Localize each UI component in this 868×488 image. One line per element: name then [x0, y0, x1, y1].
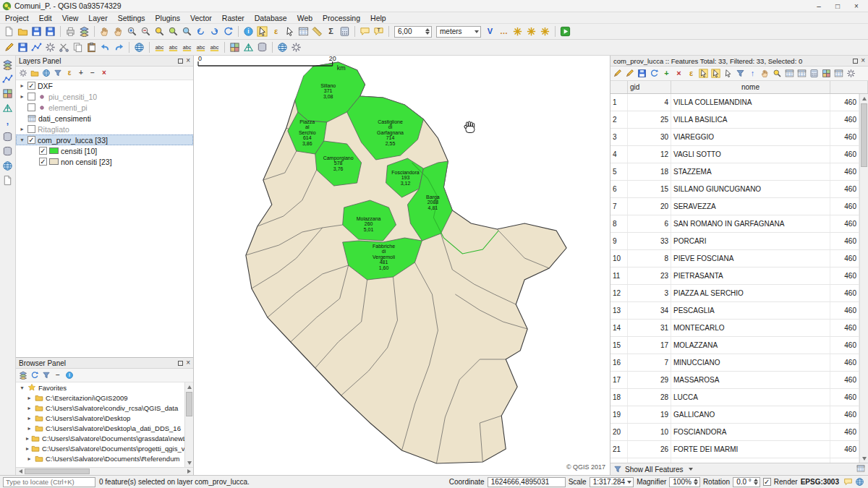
- menu-vector[interactable]: Vector: [185, 14, 217, 22]
- table-row[interactable]: 123PIAZZA AL SERCHIO460: [610, 285, 859, 302]
- layer-item-ritagliato[interactable]: ▸Ritagliato: [16, 124, 193, 134]
- menu-processing[interactable]: Processing: [318, 14, 365, 22]
- copy-features-icon[interactable]: [71, 40, 85, 54]
- metasearch-icon[interactable]: [132, 40, 146, 54]
- table-row[interactable]: 1431MONTECARLO460: [610, 320, 859, 337]
- cut-features-icon[interactable]: [57, 40, 71, 54]
- field-calculator-icon[interactable]: [338, 25, 352, 38]
- layer-item-non-censiti-23[interactable]: non censiti [23]: [16, 156, 193, 167]
- browser-scrollbar[interactable]: [184, 382, 193, 467]
- filter-legend-icon[interactable]: [52, 67, 64, 79]
- layer-checkbox[interactable]: [27, 103, 35, 111]
- render-checkbox[interactable]: [763, 478, 771, 486]
- table-row[interactable]: 167MINUCCIANO460: [610, 354, 859, 372]
- table-row[interactable]: 14VILLA COLLEMANDINA460: [610, 94, 859, 111]
- units-combo[interactable]: meters: [436, 26, 481, 38]
- menu-view[interactable]: View: [57, 14, 84, 22]
- layer-item-dxf[interactable]: ▸DXF: [16, 80, 193, 91]
- delete-field-icon[interactable]: [796, 67, 808, 80]
- table-row[interactable]: 1517MOLAZZANA460: [610, 337, 859, 354]
- move-label-icon[interactable]: [180, 40, 194, 54]
- layer-item-dati-censimenti[interactable]: dati_censimenti: [16, 113, 193, 124]
- close-icon[interactable]: ×: [186, 57, 190, 64]
- invert-selection-icon[interactable]: [710, 67, 722, 80]
- new-field-icon[interactable]: [783, 67, 796, 80]
- zoom-to-selection-icon[interactable]: [166, 25, 180, 38]
- undo-icon[interactable]: [98, 40, 112, 54]
- layer-labeling-icon[interactable]: [153, 40, 166, 54]
- add-feature-icon[interactable]: [30, 40, 43, 54]
- manage-map-themes-icon[interactable]: [41, 67, 52, 79]
- save-project-as-icon[interactable]: [43, 25, 57, 38]
- layer-item-censiti-10[interactable]: censiti [10]: [16, 145, 193, 156]
- select-all-icon[interactable]: [697, 67, 710, 80]
- identify-features-icon[interactable]: [242, 25, 255, 38]
- remove-layer-icon[interactable]: ×: [98, 67, 110, 79]
- layer-item-piu-censiti-10[interactable]: ▸piu_censiti_10: [16, 91, 193, 102]
- expander-icon[interactable]: ▸: [19, 93, 25, 100]
- table-row[interactable]: 720SERAVEZZA460: [610, 198, 859, 215]
- table-row[interactable]: 933PORCARI460: [610, 233, 859, 250]
- undock-icon[interactable]: [178, 361, 183, 366]
- osm-search-icon[interactable]: [276, 40, 289, 54]
- save-edits-icon[interactable]: [636, 67, 648, 80]
- show-all-features-button[interactable]: Show All Features: [625, 466, 684, 474]
- options-icon[interactable]: [289, 40, 303, 54]
- menu-settings[interactable]: Settings: [113, 14, 150, 22]
- text-annotation-icon[interactable]: [372, 25, 386, 38]
- browser-item-favorites[interactable]: ▾Favorites: [16, 382, 184, 393]
- maximize-button[interactable]: □: [828, 2, 847, 10]
- layer-checkbox[interactable]: [27, 125, 35, 133]
- add-delimited-text-icon[interactable]: [1, 116, 14, 129]
- menu-layer[interactable]: Layer: [83, 14, 112, 22]
- add-raster-layer-icon[interactable]: [1, 87, 14, 100]
- new-print-layout-icon[interactable]: [64, 25, 77, 38]
- expander-icon[interactable]: ▸: [26, 435, 29, 442]
- multi-edit-icon[interactable]: [624, 67, 636, 80]
- move-selection-top-icon[interactable]: ↑: [746, 67, 759, 80]
- refresh-map-icon[interactable]: [221, 25, 235, 38]
- zoom-to-selected-icon[interactable]: [771, 67, 783, 80]
- table-row[interactable]: 412VAGLI SOTTO460: [610, 146, 859, 163]
- undock-icon[interactable]: [178, 59, 183, 64]
- minimize-button[interactable]: –: [809, 2, 828, 10]
- locator-input[interactable]: [3, 477, 95, 487]
- table-row[interactable]: 615SILLANO GIUNCUGNANO460: [610, 181, 859, 198]
- toggle-editing-icon[interactable]: [611, 67, 624, 80]
- field-calculator-icon[interactable]: [808, 67, 820, 80]
- vertex-tool-icon[interactable]: [43, 40, 57, 54]
- expander-icon[interactable]: ▾: [19, 137, 25, 143]
- add-postgis-layer-icon[interactable]: [1, 130, 14, 143]
- crs-label[interactable]: EPSG:3003: [801, 478, 839, 486]
- layer-diagrams-icon[interactable]: [166, 40, 180, 54]
- table-row[interactable]: 2126FORTE DEI MARMI460: [610, 441, 859, 458]
- zoom-in-icon[interactable]: [125, 25, 139, 38]
- enable-snapping-icon[interactable]: [511, 25, 524, 38]
- data-source-manager-icon[interactable]: [1, 58, 14, 71]
- zoom-to-layer-icon[interactable]: [180, 25, 194, 38]
- save-layer-edits-icon[interactable]: [16, 40, 30, 54]
- advanced-digitizing-icon[interactable]: V: [483, 25, 497, 38]
- nome-header[interactable]: nome: [671, 81, 830, 93]
- log-messages-icon[interactable]: [842, 476, 854, 488]
- add-group-icon[interactable]: [29, 67, 41, 79]
- topological-editing-icon[interactable]: [538, 25, 552, 38]
- layer-checkbox[interactable]: [39, 158, 47, 166]
- layer-checkbox[interactable]: [27, 136, 35, 144]
- browser-item-c-users-salvatore-documents-progetti-qgis-v[interactable]: ▸C:\Users\Salvatore\Documents\progetti_q…: [16, 443, 184, 453]
- crs-status-icon[interactable]: [854, 476, 865, 488]
- digitize-spinbox[interactable]: 6,00: [394, 26, 432, 38]
- expander-icon[interactable]: ▸: [26, 425, 33, 432]
- filter-browser-icon[interactable]: [41, 369, 52, 381]
- table-row[interactable]: 86SAN ROMANO IN GARFAGNANA460: [610, 215, 859, 233]
- map-tips-icon[interactable]: [358, 25, 372, 38]
- close-icon[interactable]: ×: [186, 359, 190, 367]
- conditional-formatting-icon[interactable]: [820, 67, 833, 80]
- browser-hscrollbar[interactable]: [16, 467, 193, 475]
- close-button[interactable]: ×: [847, 2, 866, 10]
- zoom-full-icon[interactable]: [153, 25, 166, 38]
- menu-project[interactable]: Project: [0, 14, 34, 22]
- filter-select-icon[interactable]: [734, 67, 746, 80]
- table-row[interactable]: 1919GALLICANO460: [610, 406, 859, 424]
- add-vector-layer-icon[interactable]: [1, 72, 14, 85]
